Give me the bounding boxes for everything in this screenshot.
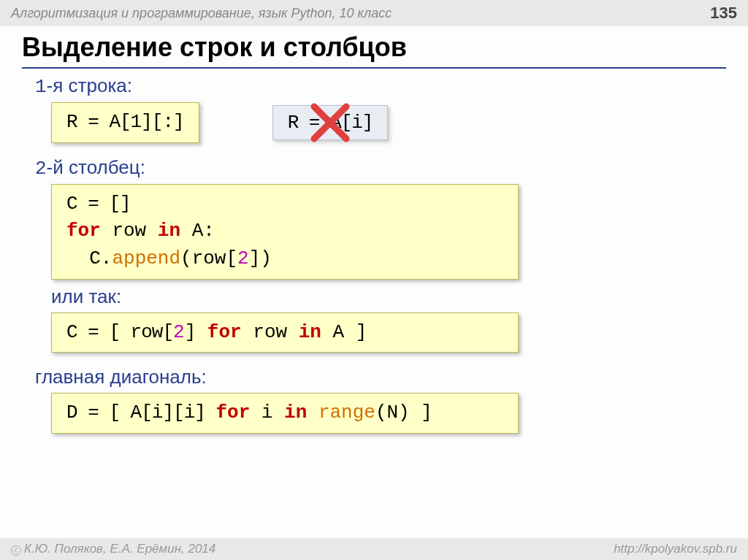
footer-url: http://kpolyakov.spb.ru bbox=[614, 542, 737, 556]
wrong-example: R = A[i] bbox=[272, 105, 389, 140]
section-3-label: главная диагональ: bbox=[35, 366, 726, 388]
code-column-loop: C = [] for row in A: C.append(row[2]) bbox=[51, 184, 519, 280]
authors: cК.Ю. Поляков, Е.А. Ерёмин, 2014 bbox=[11, 542, 215, 556]
slide-header: Алгоритмизация и программирование, язык … bbox=[0, 0, 748, 26]
section-2-label: 2-й столбец: bbox=[35, 156, 726, 180]
slide-content: Выделение строк и столбцов 1-я строка: R… bbox=[0, 26, 748, 434]
slide-title: Выделение строк и столбцов bbox=[22, 32, 726, 69]
slide-footer: cК.Ю. Поляков, Е.А. Ерёмин, 2014 http://… bbox=[0, 538, 748, 560]
or-label: или так: bbox=[51, 285, 726, 308]
copyright-icon: c bbox=[11, 545, 21, 556]
code-column-comp: C = [ row[2] for row in A ] bbox=[51, 312, 519, 353]
page-number: 135 bbox=[710, 4, 737, 23]
row-first: R = A[1][:] R = A[i] bbox=[51, 102, 726, 143]
section-1-label: 1-я строка: bbox=[35, 74, 726, 98]
code-diagonal: D = [ A[i][i] for i in range(N) ] bbox=[51, 393, 519, 434]
code-row-slice: R = A[1][:] bbox=[51, 102, 199, 143]
code-wrong: R = A[i] bbox=[272, 105, 389, 140]
subject-line: Алгоритмизация и программирование, язык … bbox=[11, 6, 392, 21]
